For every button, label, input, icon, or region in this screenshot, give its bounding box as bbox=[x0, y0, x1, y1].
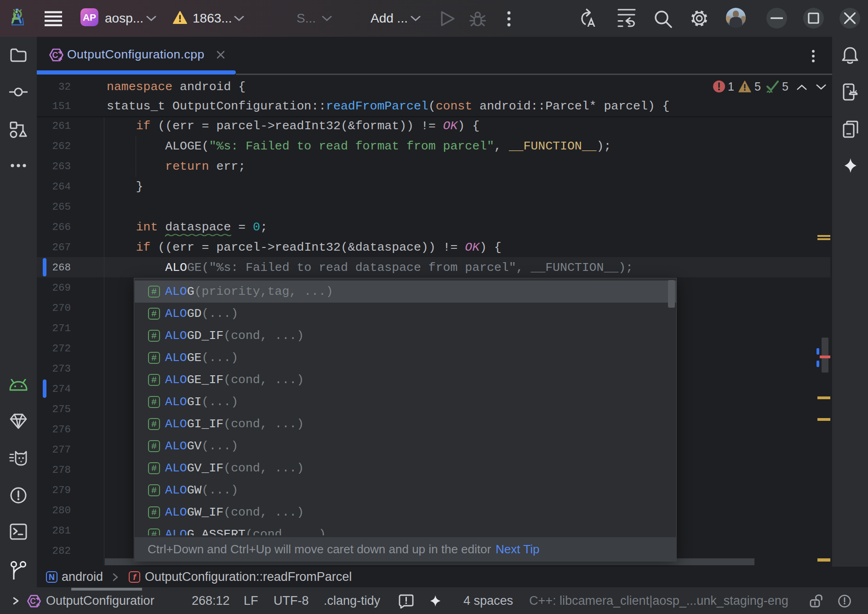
svg-text:C: C bbox=[30, 597, 36, 606]
svg-text:C: C bbox=[52, 51, 58, 60]
